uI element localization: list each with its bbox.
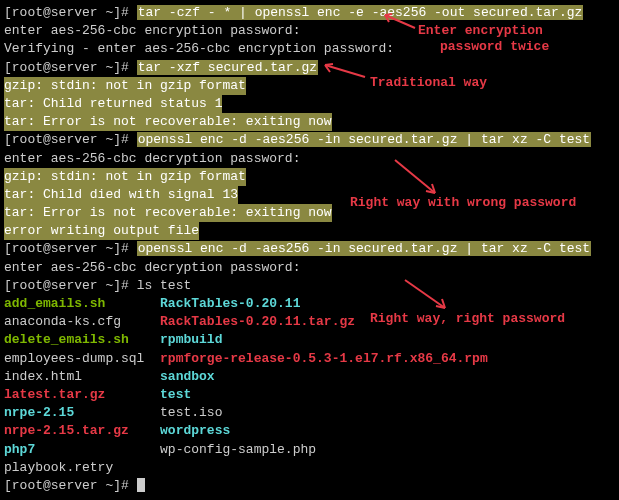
file-dir: test xyxy=(160,387,191,402)
file-dir: RackTables-0.20.11 xyxy=(160,296,300,311)
arrow-icon xyxy=(320,62,370,82)
file: playbook.retry xyxy=(4,460,113,475)
file-executable: delete_emails.sh xyxy=(4,332,129,347)
file-dir: php7 xyxy=(4,442,35,457)
file: anaconda-ks.cfg xyxy=(4,314,121,329)
ls-row: nrpe-2.15.tar.gz wordpress xyxy=(4,422,615,440)
file: index.html xyxy=(4,369,82,384)
prompt-line[interactable]: [root@server ~]# xyxy=(4,477,615,495)
file-archive: RackTables-0.20.11.tar.gz xyxy=(160,314,355,329)
error-line: gzip: stdin: not in gzip format xyxy=(4,168,246,186)
error-block-1: gzip: stdin: not in gzip format tar: Chi… xyxy=(4,77,615,132)
annotation-traditional: Traditional way xyxy=(370,74,487,92)
error-line: tar: Error is not recoverable: exiting n… xyxy=(4,113,332,131)
arrow-icon xyxy=(400,278,450,313)
output-line: enter aes-256-cbc decryption password: xyxy=(4,259,615,277)
file: employees-dump.sql xyxy=(4,351,144,366)
file: test.iso xyxy=(160,405,222,420)
file-dir: nrpe-2.15 xyxy=(4,405,74,420)
error-line: tar: Child died with signal 13 xyxy=(4,186,238,204)
command-text: tar -xzf secured.tar.gz xyxy=(137,60,318,75)
command-line-3: [root@server ~]# openssl enc -d -aes256 … xyxy=(4,131,615,149)
ls-row: employees-dump.sql rpmforge-release-0.5.… xyxy=(4,350,615,368)
arrow-icon xyxy=(380,10,420,40)
file-archive: rpmforge-release-0.5.3-1.el7.rf.x86_64.r… xyxy=(160,351,488,366)
prompt: [root@server ~]# xyxy=(4,478,137,493)
file-dir: sandbox xyxy=(160,369,215,384)
command-line-5: [root@server ~]# ls test xyxy=(4,277,615,295)
error-line: tar: Error is not recoverable: exiting n… xyxy=(4,204,332,222)
prompt: [root@server ~]# xyxy=(4,241,137,256)
prompt: [root@server ~]# xyxy=(4,5,137,20)
cursor-icon xyxy=(137,478,145,492)
annotation-wrong-pw: Right way with wrong password xyxy=(350,194,576,212)
error-line: gzip: stdin: not in gzip format xyxy=(4,77,246,95)
arrow-icon xyxy=(390,158,440,198)
file-archive: latest.tar.gz xyxy=(4,387,105,402)
command-text: ls test xyxy=(137,278,192,293)
annotation-encrypt-2: password twice xyxy=(440,38,549,56)
file-dir: rpmbuild xyxy=(160,332,222,347)
error-line: error writing output file xyxy=(4,222,199,240)
ls-row: latest.tar.gz test xyxy=(4,386,615,404)
file: wp-config-sample.php xyxy=(160,442,316,457)
prompt: [root@server ~]# xyxy=(4,278,137,293)
command-line-2: [root@server ~]# tar -xzf secured.tar.gz xyxy=(4,59,615,77)
prompt: [root@server ~]# xyxy=(4,132,137,147)
error-line: tar: Child returned status 1 xyxy=(4,95,222,113)
output-line: enter aes-256-cbc decryption password: xyxy=(4,150,615,168)
ls-row: nrpe-2.15 test.iso xyxy=(4,404,615,422)
command-text: openssl enc -d -aes256 -in secured.tar.g… xyxy=(137,241,591,256)
ls-row: php7 wp-config-sample.php xyxy=(4,441,615,459)
ls-row: playbook.retry xyxy=(4,459,615,477)
command-line-4: [root@server ~]# openssl enc -d -aes256 … xyxy=(4,240,615,258)
command-line-1: [root@server ~]# tar -czf - * | openssl … xyxy=(4,4,615,22)
command-text: openssl enc -d -aes256 -in secured.tar.g… xyxy=(137,132,591,147)
file-dir: wordpress xyxy=(160,423,230,438)
file-executable: add_emails.sh xyxy=(4,296,105,311)
prompt: [root@server ~]# xyxy=(4,60,137,75)
command-text: tar -czf - * | openssl enc -e -aes256 -o… xyxy=(137,5,584,20)
ls-row: index.html sandbox xyxy=(4,368,615,386)
file-archive: nrpe-2.15.tar.gz xyxy=(4,423,129,438)
ls-row: delete_emails.sh rpmbuild xyxy=(4,331,615,349)
